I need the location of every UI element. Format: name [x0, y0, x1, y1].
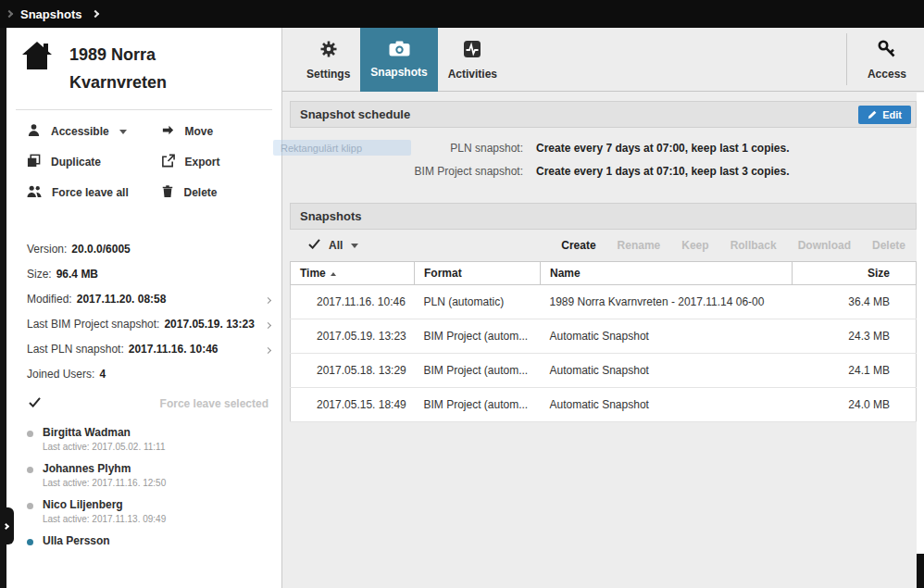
- tab-access[interactable]: Access: [857, 28, 917, 92]
- create-button[interactable]: Create: [561, 239, 595, 252]
- move-arrow-icon: [161, 123, 175, 140]
- tab-settings[interactable]: Settings: [296, 28, 360, 92]
- table-row[interactable]: 2017.05.19. 13:23 BIM Project (autom... …: [291, 319, 917, 354]
- people-icon: [27, 184, 42, 201]
- delete-button[interactable]: Delete: [161, 184, 274, 201]
- list-item[interactable]: Birgitta Wadman Last active: 2017.05.02.…: [27, 421, 272, 457]
- tabbar-divider: [846, 33, 847, 85]
- info-row-version: Version: 20.0.0/6005: [27, 236, 270, 261]
- activity-pulse-icon: [463, 40, 481, 61]
- chevron-right-icon: [3, 522, 9, 529]
- user-status-dot-online: [27, 539, 33, 545]
- keep-button[interactable]: Keep: [681, 239, 708, 252]
- export-button[interactable]: Export: [161, 154, 274, 170]
- project-actions: Accessible Move Duplicate Export Force l…: [6, 110, 281, 212]
- gear-icon: [319, 40, 338, 61]
- list-item[interactable]: Nico Liljenberg Last active: 2017.11.13.…: [27, 494, 272, 530]
- check-icon: [308, 239, 320, 252]
- column-header-name[interactable]: Name: [541, 262, 793, 285]
- info-row-joined-users: Joined Users: 4: [27, 361, 270, 386]
- users-select-row: Force leave selected: [6, 386, 281, 410]
- project-info-list: Version: 20.0.0/6005 Size: 96.4 MB Modif…: [6, 212, 281, 386]
- project-header: 1989 Norra Kvarnvreten: [6, 28, 281, 104]
- camera-snapshot-icon: [389, 41, 410, 59]
- left-edge-strip: [0, 28, 6, 588]
- list-item[interactable]: Ulla Persson: [27, 530, 272, 553]
- chevron-down-icon: [351, 244, 358, 248]
- tab-snapshots[interactable]: Snapshots: [360, 28, 437, 92]
- schedule-rows: PLN snapshot: Create every 7 days at 07:…: [290, 128, 917, 194]
- check-icon[interactable]: [29, 397, 41, 410]
- tab-activities[interactable]: Activities: [438, 28, 507, 92]
- snapshots-table: Time Format Name Size 2017.11.16. 10:46 …: [290, 261, 917, 422]
- person-icon: [27, 123, 41, 140]
- filter-dropdown[interactable]: All: [308, 239, 358, 252]
- project-title: 1989 Norra Kvarnvreten: [69, 41, 167, 96]
- duplicate-button[interactable]: Duplicate: [27, 154, 161, 170]
- chevron-right-icon: [266, 318, 270, 331]
- rollback-button[interactable]: Rollback: [730, 239, 777, 252]
- table-row[interactable]: 2017.11.16. 10:46 PLN (automatic) 1989 N…: [291, 285, 917, 319]
- pencil-icon: [868, 109, 878, 121]
- chevron-right-icon: [266, 293, 270, 306]
- info-row-size: Size: 96.4 MB: [27, 261, 270, 286]
- scrollbar-corner: [917, 554, 924, 588]
- scrollbar-track[interactable]: [917, 93, 924, 554]
- snapshots-list-header: Snapshots: [290, 203, 917, 230]
- sort-ascending-icon: [331, 272, 336, 276]
- info-row-last-pln-snapshot[interactable]: Last PLN snapshot: 2017.11.16. 10:46: [27, 336, 270, 361]
- force-leave-selected-button[interactable]: Force leave selected: [160, 397, 268, 410]
- schedule-row-bim: BIM Project snapshot: Create every 1 day…: [290, 159, 917, 182]
- joined-users-list: Birgitta Wadman Last active: 2017.05.02.…: [6, 410, 281, 553]
- user-status-dot: [27, 467, 33, 473]
- column-header-size[interactable]: Size: [793, 262, 917, 285]
- main-panel: Settings Snapshots Activities Access Sna…: [282, 28, 924, 588]
- info-row-last-bim-snapshot[interactable]: Last BIM Project snapshot: 2017.05.19. 1…: [27, 311, 270, 336]
- delete-snapshot-button[interactable]: Delete: [872, 239, 905, 252]
- breadcrumb-forward-chevron-icon[interactable]: [92, 10, 99, 18]
- tab-bar: Settings Snapshots Activities Access: [282, 28, 924, 92]
- table-row[interactable]: 2017.05.15. 18:49 BIM Project (autom... …: [291, 388, 917, 422]
- house-icon: [21, 41, 53, 73]
- column-header-format[interactable]: Format: [415, 262, 541, 285]
- toolbar-actions: Create Rename Keep Rollback Download Del…: [561, 239, 905, 252]
- rename-button[interactable]: Rename: [618, 239, 661, 252]
- accessible-button[interactable]: Accessible: [27, 123, 161, 140]
- info-row-modified[interactable]: Modified: 2017.11.20. 08:58: [27, 286, 270, 311]
- sidebar-expand-handle[interactable]: [0, 507, 14, 544]
- user-status-dot: [27, 431, 33, 437]
- breadcrumb-bar: Snapshots: [0, 0, 924, 28]
- snapshots-toolbar: All Create Rename Keep Rollback Download…: [290, 230, 917, 261]
- snapshots-content: Snapshot schedule Edit PLN snapshot: Cre…: [282, 92, 924, 422]
- table-row[interactable]: 2017.05.18. 13:29 BIM Project (autom... …: [291, 354, 917, 388]
- duplicate-icon: [27, 154, 41, 170]
- user-status-dot: [27, 503, 33, 509]
- project-sidebar: 1989 Norra Kvarnvreten Accessible Move D…: [6, 28, 282, 588]
- breadcrumb-title: Snapshots: [20, 7, 81, 21]
- move-button[interactable]: Move: [161, 123, 274, 140]
- breadcrumb-back-chevron-icon[interactable]: [6, 10, 13, 18]
- schedule-row-pln: PLN snapshot: Create every 7 days at 07:…: [290, 136, 917, 159]
- trash-icon: [161, 184, 174, 201]
- table-header-row: Time Format Name Size: [291, 262, 917, 285]
- force-leave-all-button[interactable]: Force leave all: [27, 184, 161, 201]
- key-icon: [878, 40, 896, 61]
- chevron-down-icon: [119, 130, 127, 134]
- chevron-right-icon: [266, 343, 270, 356]
- snapshot-schedule-header: Snapshot schedule Edit: [290, 101, 917, 128]
- export-icon: [161, 154, 175, 170]
- edit-schedule-button[interactable]: Edit: [858, 106, 911, 124]
- download-button[interactable]: Download: [798, 239, 851, 252]
- list-item[interactable]: Johannes Plyhm Last active: 2017.11.16. …: [27, 457, 272, 494]
- column-header-time[interactable]: Time: [291, 262, 415, 285]
